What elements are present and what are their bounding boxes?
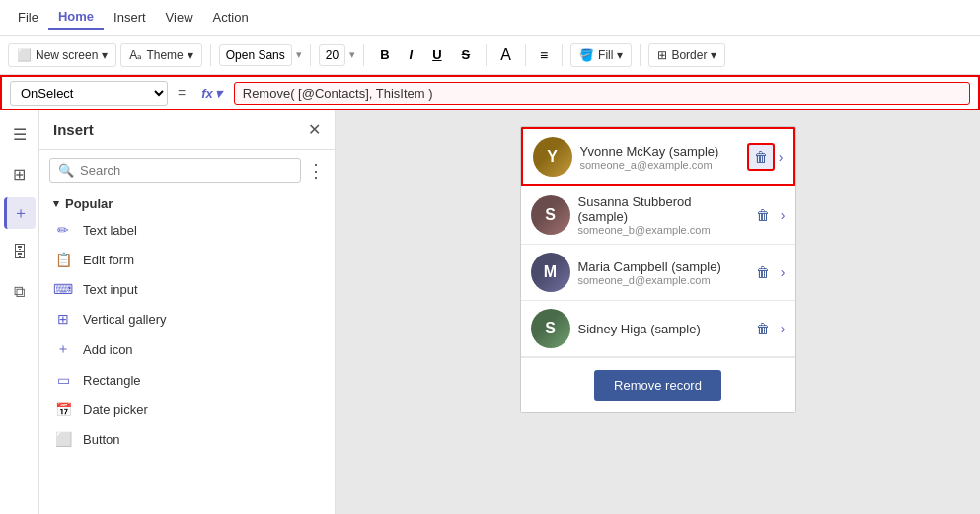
search-input[interactable]: [80, 163, 292, 178]
font-color-button[interactable]: A: [494, 44, 517, 66]
insert-text-label[interactable]: ✏ Text label: [39, 215, 335, 245]
menu-action[interactable]: Action: [203, 6, 259, 29]
chevron-down-icon: ▾: [188, 48, 193, 62]
formula-input[interactable]: Remove( [@Contacts], ThisItem ): [234, 82, 970, 105]
avatar: Y: [533, 137, 572, 177]
canvas-area: Y Yvonne McKay (sample) someone_a@exampl…: [336, 110, 980, 514]
theme-button[interactable]: Aₐ Theme ▾: [120, 43, 201, 67]
database-icon[interactable]: 🗄: [4, 237, 36, 268]
contact-item[interactable]: S Susanna Stubberod (sample) someone_b@e…: [521, 186, 795, 245]
menu-bar: File Home Insert View Action: [0, 0, 980, 36]
border-icon: ⊞: [657, 48, 667, 62]
insert-title: Insert: [53, 121, 94, 138]
popular-section-label: ▾ Popular: [39, 190, 335, 215]
contact-info: Susanna Stubberod (sample) someone_b@exa…: [578, 194, 741, 236]
separator: [640, 44, 641, 66]
contact-email: someone_a@example.com: [580, 159, 739, 171]
italic-button[interactable]: I: [402, 43, 421, 66]
button-icon: ⬜: [53, 431, 73, 447]
hamburger-icon[interactable]: ☰: [4, 118, 36, 150]
layers-icon[interactable]: ⊞: [4, 158, 36, 189]
menu-insert[interactable]: Insert: [104, 6, 156, 29]
align-button[interactable]: ≡: [534, 45, 554, 65]
left-sidebar: ☰ ⊞ ＋ 🗄 ⧉: [0, 110, 39, 514]
close-icon[interactable]: ✕: [308, 120, 321, 139]
contact-item[interactable]: Y Yvonne McKay (sample) someone_a@exampl…: [521, 127, 795, 186]
delete-contact-button[interactable]: 🗑: [749, 315, 777, 342]
insert-item-text: Add icon: [83, 342, 133, 357]
insert-text-input[interactable]: ⌨ Text input: [39, 274, 335, 304]
chevron-down-icon: ▾: [711, 48, 716, 62]
delete-contact-button[interactable]: 🗑: [749, 258, 777, 286]
font-selector[interactable]: Open Sans: [219, 44, 292, 66]
strikethrough-button[interactable]: S: [454, 43, 479, 66]
main-layout: ☰ ⊞ ＋ 🗄 ⧉ Insert ✕ 🔍 ⋮ ▾ Popular ✏ Text …: [0, 110, 980, 514]
insert-add-icon[interactable]: ＋ Add icon: [39, 333, 335, 365]
chevron-right-icon[interactable]: ›: [781, 207, 786, 223]
insert-item-text: Date picker: [83, 403, 148, 417]
underline-button[interactable]: U: [424, 43, 449, 66]
insert-edit-form[interactable]: 📋 Edit form: [39, 245, 335, 274]
font-chevron-icon: ▾: [296, 48, 302, 61]
fx-button[interactable]: fx ▾: [195, 84, 228, 103]
add-icon[interactable]: ＋: [4, 197, 36, 229]
equals-sign: =: [174, 85, 189, 101]
contact-item[interactable]: S Sidney Higa (sample) 🗑 ›: [521, 301, 795, 357]
insert-panel: Insert ✕ 🔍 ⋮ ▾ Popular ✏ Text label 📋 Ed…: [39, 110, 336, 514]
chevron-right-icon[interactable]: ›: [781, 264, 786, 280]
chevron-right-icon[interactable]: ›: [779, 149, 784, 165]
contact-actions: 🗑 ›: [749, 201, 786, 229]
size-chevron-icon: ▾: [349, 48, 355, 61]
insert-rectangle[interactable]: ▭ Rectangle: [39, 365, 335, 395]
app-preview: Y Yvonne McKay (sample) someone_a@exampl…: [520, 126, 796, 413]
contact-info: Yvonne McKay (sample) someone_a@example.…: [580, 144, 739, 171]
border-button[interactable]: ⊞ Border ▾: [648, 43, 725, 67]
insert-vertical-gallery[interactable]: ⊞ Vertical gallery: [39, 304, 335, 333]
contact-name: Susanna Stubberod (sample): [578, 194, 741, 224]
separator: [525, 44, 526, 66]
separator: [210, 44, 211, 66]
insert-item-text: Edit form: [83, 253, 134, 267]
insert-date-picker[interactable]: 📅 Date picker: [39, 395, 335, 424]
menu-view[interactable]: View: [156, 6, 203, 29]
toolbar: ⬜ New screen ▾ Aₐ Theme ▾ Open Sans ▾ 20…: [0, 36, 980, 75]
menu-file[interactable]: File: [8, 6, 48, 29]
search-row: 🔍 ⋮: [39, 150, 335, 190]
fill-button[interactable]: 🪣 Fill ▾: [570, 43, 632, 67]
insert-item-text: Button: [83, 432, 120, 447]
remove-record-button[interactable]: Remove record: [594, 370, 721, 401]
font-size-selector[interactable]: 20: [319, 44, 345, 66]
insert-button[interactable]: ⬜ Button: [39, 424, 335, 454]
avatar: S: [531, 195, 570, 235]
separator: [363, 44, 364, 66]
delete-contact-button[interactable]: 🗑: [747, 143, 775, 171]
insert-item-text: Text input: [83, 282, 138, 297]
date-picker-icon: 📅: [53, 402, 73, 417]
chevron-right-icon[interactable]: ›: [781, 321, 786, 336]
remove-record-row: Remove record: [521, 357, 795, 412]
new-screen-button[interactable]: ⬜ New screen ▾: [8, 43, 116, 67]
avatar: S: [531, 309, 570, 348]
property-selector[interactable]: OnSelect: [10, 81, 168, 106]
delete-contact-button[interactable]: 🗑: [749, 201, 777, 229]
controls-icon[interactable]: ⧉: [4, 276, 36, 308]
menu-home[interactable]: Home: [48, 5, 104, 30]
contact-email: someone_b@example.com: [578, 224, 741, 236]
separator: [310, 44, 311, 66]
section-chevron-icon[interactable]: ▾: [53, 197, 59, 210]
formula-bar: OnSelect = fx ▾ Remove( [@Contacts], Thi…: [0, 75, 980, 110]
vertical-gallery-icon: ⊞: [53, 311, 73, 327]
text-input-icon: ⌨: [53, 281, 73, 297]
add-icon: ＋: [53, 340, 73, 358]
contact-actions: 🗑 ›: [749, 258, 786, 286]
contact-item[interactable]: M Maria Campbell (sample) someone_d@exam…: [521, 245, 795, 301]
contact-name: Maria Campbell (sample): [578, 259, 741, 274]
contact-actions: 🗑 ›: [747, 143, 784, 171]
chevron-down-icon: ▾: [617, 48, 623, 62]
search-box: 🔍: [49, 158, 301, 183]
theme-icon: Aₐ: [129, 48, 142, 62]
insert-panel-header: Insert ✕: [39, 110, 335, 150]
more-options-icon[interactable]: ⋮: [307, 160, 325, 182]
contact-name: Sidney Higa (sample): [578, 322, 741, 336]
bold-button[interactable]: B: [372, 43, 397, 66]
